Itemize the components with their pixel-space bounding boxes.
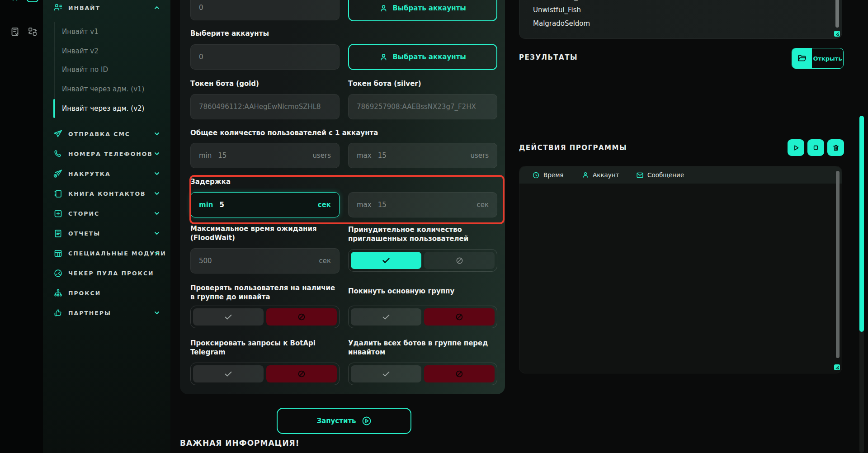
sidebar-item-invite[interactable]: ИНВАЙТ <box>43 0 170 18</box>
chevron-down-icon <box>153 150 160 157</box>
stop-actions-button[interactable] <box>807 139 824 156</box>
chevron-down-icon <box>153 210 160 217</box>
sidebar-item-label: ИНВАЙТ <box>68 5 100 11</box>
sidebar-item-phone-numbers[interactable]: НОМЕРА ТЕЛЕФОНОВ <box>43 144 170 164</box>
sidebar-item-stories[interactable]: СТОРИС <box>43 203 170 223</box>
open-results-button[interactable]: Открыть <box>792 48 844 69</box>
column-message[interactable]: Сообщение <box>636 166 684 184</box>
account-name-row[interactable]: MalgradoSeldom <box>519 17 842 30</box>
leave-group-label: Покинуть основную группу <box>348 287 497 296</box>
sidebar-item-label: ЧЕКЕР ПУЛА ПРОКСИ <box>68 270 154 277</box>
token-gold-input[interactable]: 7860496112:AAHegEwNlcmoSZHL8 <box>190 94 340 119</box>
page-scrollbar-thumb[interactable] <box>859 116 864 332</box>
run-button[interactable]: Запустить <box>277 408 411 434</box>
toggle-yes-button[interactable] <box>351 308 421 326</box>
max-value: 15 <box>378 201 387 209</box>
delete-bots-toggle <box>348 363 497 385</box>
clipboard-check-icon[interactable] <box>9 26 20 37</box>
min-suffix: сек <box>318 201 331 209</box>
sidebar-item-proxy-pool-checker[interactable]: ЧЕКЕР ПУЛА ПРОКСИ <box>43 263 170 283</box>
logo-pill-icon[interactable] <box>26 0 39 4</box>
proxy-requests-toggle <box>190 363 340 385</box>
chevron-down-icon <box>153 309 160 316</box>
sidebar-item-label: НАКРУТКА <box>68 170 111 177</box>
delay-max-input[interactable]: max 15 сек <box>348 192 497 217</box>
chevron-down-icon <box>153 250 160 257</box>
swap-icon[interactable] <box>27 26 38 37</box>
sidebar-item-proxy[interactable]: ПРОКСИ <box>43 283 170 303</box>
floodwait-input[interactable]: 500 сек <box>190 248 340 274</box>
sidebar-item-invite-admin-v2[interactable]: Инвайт через адм. (v2) <box>43 99 170 118</box>
invite-user-icon <box>53 3 63 13</box>
column-account[interactable]: Аккаунт <box>582 166 619 184</box>
start-actions-button[interactable] <box>788 139 804 156</box>
account-count-value: 0 <box>199 4 203 12</box>
resize-handle-icon[interactable] <box>834 31 840 37</box>
total-users-max-input[interactable]: max 15 users <box>348 143 497 168</box>
min-value: 5 <box>219 201 224 209</box>
toggle-no-button[interactable] <box>424 252 495 269</box>
gauge-icon <box>53 268 63 278</box>
select-accounts-button-top[interactable]: Выбрать аккаунты <box>348 0 497 21</box>
table-grid-icon <box>53 248 63 258</box>
account-name-row[interactable]: Unwistful_Fish <box>519 3 842 17</box>
sidebar-item-invite-v2[interactable]: Инвайт v2 <box>43 42 170 61</box>
account-name-row[interactable]: Snowmobile_Breakthrough <box>519 0 842 3</box>
sidebar-item-boosting[interactable]: НАКРУТКА <box>43 164 170 184</box>
toggle-yes-button[interactable] <box>351 365 421 382</box>
sidebar-item-special-modules[interactable]: СПЕЦИАЛЬНЫЕ МОДУЛИ <box>43 243 170 263</box>
column-time[interactable]: Время <box>532 166 563 184</box>
network-icon <box>53 288 63 298</box>
delay-min-input[interactable]: min 5 сек <box>190 192 340 217</box>
toggle-no-button[interactable] <box>266 365 337 382</box>
toggle-no-button[interactable] <box>424 365 495 382</box>
run-button-label: Запустить <box>316 417 356 425</box>
logo-wing-icon[interactable] <box>9 0 21 4</box>
sidebar-item-sms[interactable]: ОТПРАВКА СМС <box>43 124 170 144</box>
accounts-list-box[interactable]: Snowmobile_Breakthrough Unwistful_Fish M… <box>519 0 842 39</box>
toggle-no-button[interactable] <box>266 308 337 326</box>
sidebar-item-invite-admin-v1[interactable]: Инвайт через адм. (v1) <box>43 80 170 99</box>
account-count-input-top[interactable]: 0 <box>190 0 340 20</box>
sidebar-item-label: НОМЕРА ТЕЛЕФОНОВ <box>68 151 153 157</box>
min-prefix: min <box>199 201 213 209</box>
toggle-yes-button[interactable] <box>193 365 264 382</box>
main-content: 0 Выбрать аккаунты Выберите аккаунты 0 В… <box>170 0 516 453</box>
account-count-input[interactable]: 0 <box>190 44 340 70</box>
sidebar-item-invite-v1[interactable]: Инвайт v1 <box>43 22 170 41</box>
sidebar-item-label: ПРОКСИ <box>68 290 101 297</box>
toggle-yes-button[interactable] <box>193 308 264 326</box>
accounts-list-scrollbar[interactable] <box>835 0 839 28</box>
sidebar-item-invite-by-id[interactable]: Инвайт по ID <box>43 60 170 79</box>
min-suffix: users <box>312 151 331 160</box>
resize-handle-icon[interactable] <box>834 364 840 370</box>
leave-group-toggle <box>348 306 497 328</box>
max-value: 15 <box>378 151 387 160</box>
sidebar-item-label: ПАРТНЕРЫ <box>68 310 111 316</box>
clear-actions-button[interactable] <box>827 139 844 156</box>
token-silver-input[interactable]: 7869257908:AAEBssNX23g7_F2HX <box>348 94 497 119</box>
chevron-down-icon <box>153 170 160 177</box>
prohibit-icon <box>454 369 464 379</box>
actions-table-header: Время Аккаунт Сообщение <box>519 166 842 184</box>
sidebar-item-label: СТОРИС <box>68 210 99 217</box>
sidebar-item-reports[interactable]: ОТЧЕТЫ <box>43 223 170 243</box>
choose-accounts-label: Выберите аккаунты <box>190 29 340 38</box>
floodwait-value: 500 <box>199 257 212 265</box>
actions-table-scrollbar[interactable] <box>836 171 840 358</box>
total-users-min-input[interactable]: min 15 users <box>190 143 340 168</box>
toggle-no-button[interactable] <box>424 308 495 326</box>
open-button-label: Открыть <box>812 48 843 68</box>
check-icon <box>223 369 233 379</box>
max-suffix: сек <box>476 201 489 209</box>
settings-card: 0 Выбрать аккаунты Выберите аккаунты 0 В… <box>180 0 505 394</box>
sidebar-item-partners[interactable]: ПАРТНЕРЫ <box>43 303 170 323</box>
sidebar-item-contact-book[interactable]: КНИГА КОНТАКТОВ <box>43 184 170 203</box>
chevron-down-icon <box>153 130 160 137</box>
play-icon <box>792 144 800 152</box>
select-accounts-label: Выбрать аккаунты <box>392 4 466 12</box>
force-count-label: Принудительное количество приглашенных п… <box>348 225 497 243</box>
thumbs-up-icon <box>53 308 63 318</box>
toggle-yes-button[interactable] <box>351 252 421 269</box>
select-accounts-button[interactable]: Выбрать аккаунты <box>348 44 497 70</box>
